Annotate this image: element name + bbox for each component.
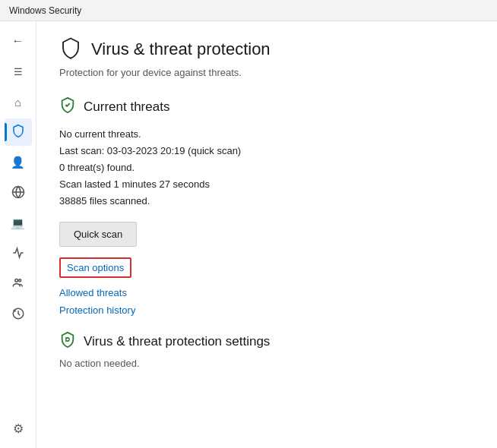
menu-icon: ☰ — [14, 67, 22, 77]
sidebar-item-shield[interactable] — [5, 118, 32, 146]
sidebar-item-account[interactable]: 👤 — [5, 149, 32, 176]
main-content: Virus & threat protection Protection for… — [36, 21, 497, 448]
scan-options-link[interactable]: Scan options — [59, 257, 131, 278]
settings-section-title: Virus & threat protection settings — [84, 334, 270, 349]
svg-point-2 — [18, 279, 21, 281]
page-header: Virus & threat protection — [59, 36, 474, 62]
sidebar-item-health[interactable] — [5, 240, 32, 267]
home-icon: ⌂ — [14, 96, 21, 109]
allowed-threats-link[interactable]: Allowed threats — [59, 287, 474, 298]
device-icon: 💻 — [11, 216, 25, 230]
protection-history-link[interactable]: Protection history — [59, 304, 474, 316]
person-icon: 👤 — [11, 156, 25, 169]
history-icon — [11, 307, 25, 323]
current-threats-section-header: Current threats — [59, 96, 474, 117]
sidebar-item-device[interactable]: 💻 — [5, 210, 32, 237]
settings-section-subtitle: No action needed. — [59, 358, 474, 369]
page-subtitle: Protection for your device against threa… — [59, 67, 474, 78]
current-threats-icon — [59, 96, 76, 117]
scan-lasted-text: Scan lasted 1 minutes 27 seconds — [59, 176, 474, 193]
page-shield-icon — [59, 36, 82, 62]
sidebar-item-back[interactable]: ← — [5, 27, 32, 55]
sidebar-item-settings[interactable]: ⚙ — [5, 415, 32, 442]
svg-point-1 — [14, 279, 17, 282]
back-icon: ← — [12, 34, 24, 48]
shield-nav-icon — [11, 124, 25, 140]
sidebar-item-family[interactable] — [5, 270, 32, 298]
page-title: Virus & threat protection — [91, 39, 271, 59]
sidebar-item-home[interactable]: ⌂ — [5, 88, 32, 115]
threats-found-text: 0 threat(s) found. — [59, 159, 474, 176]
health-icon — [11, 246, 25, 262]
title-bar: Windows Security — [0, 0, 497, 21]
settings-icon: ⚙ — [13, 421, 24, 436]
sidebar-item-history[interactable] — [5, 301, 32, 328]
app-title: Windows Security — [9, 5, 81, 16]
no-threats-text: No current threats. — [59, 126, 474, 143]
family-icon — [11, 276, 25, 292]
threat-info-block: No current threats. Last scan: 03-03-202… — [59, 126, 474, 210]
sidebar-item-network[interactable] — [5, 179, 32, 207]
app-body: ← ☰ ⌂ 👤 — [0, 21, 497, 448]
settings-section-icon — [59, 331, 76, 352]
quick-scan-button[interactable]: Quick scan — [59, 222, 137, 247]
files-scanned-text: 38885 files scanned. — [59, 193, 474, 210]
current-threats-title: Current threats — [84, 99, 169, 115]
network-icon — [11, 185, 25, 201]
last-scan-text: Last scan: 03-03-2023 20:19 (quick scan) — [59, 143, 474, 159]
settings-section-header: Virus & threat protection settings — [59, 331, 474, 352]
sidebar: ← ☰ ⌂ 👤 — [0, 21, 36, 448]
sidebar-item-menu[interactable]: ☰ — [5, 58, 32, 85]
